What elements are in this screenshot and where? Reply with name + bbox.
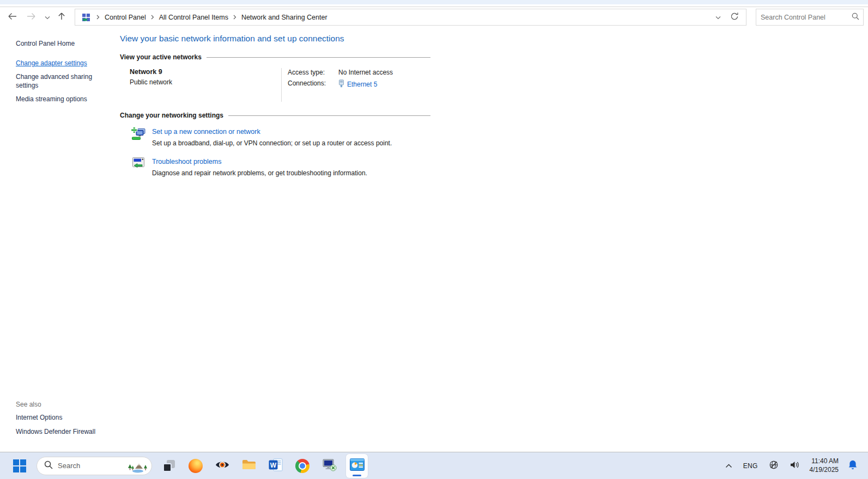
breadcrumb-item-control-panel[interactable]: Control Panel — [104, 11, 147, 23]
ethernet-5-link[interactable]: Ethernet 5 — [347, 81, 377, 88]
network-divider — [281, 68, 282, 102]
breadcrumb-item-all-control-panel-items[interactable]: All Control Panel Items — [158, 11, 229, 23]
sidebar-item-internet-options[interactable]: Internet Options — [16, 414, 102, 422]
volume-button[interactable] — [786, 455, 803, 477]
sidebar-item-control-panel-home[interactable]: Control Panel Home — [16, 40, 116, 47]
nav-buttons — [3, 7, 69, 27]
main-content: View your basic network information and … — [120, 27, 430, 177]
arrow-up-icon — [58, 12, 65, 22]
section-rule — [207, 57, 430, 58]
svg-text:W: W — [270, 462, 277, 469]
setup-connection-item: Set up a new connection or network Set u… — [120, 126, 430, 147]
tray-overflow-button[interactable] — [722, 455, 736, 477]
active-network-row: Network 9 Public network Access type: No… — [120, 68, 430, 102]
breadcrumb-separator-icon — [229, 15, 240, 20]
troubleshoot-item: Troubleshoot problems Diagnose and repai… — [120, 156, 430, 177]
setting-item-text: Set up a new connection or network Set u… — [152, 126, 392, 147]
setup-connection-link[interactable]: Set up a new connection or network — [152, 128, 260, 136]
active-app-indicator — [353, 475, 361, 476]
troubleshoot-icon — [131, 156, 146, 177]
notification-button[interactable] — [845, 455, 860, 477]
firefox-button[interactable] — [186, 455, 205, 477]
search-icon — [852, 13, 859, 22]
address-dropdown-button[interactable] — [710, 10, 726, 25]
active-networks-section-title: View your active networks — [120, 53, 202, 61]
chrome-button[interactable] — [293, 455, 312, 477]
back-button[interactable] — [3, 9, 22, 26]
refresh-button[interactable] — [726, 10, 743, 25]
control-panel-taskbar-button[interactable] — [346, 454, 368, 478]
see-also-section: See also Internet Options Windows Defend… — [16, 401, 102, 436]
system-tray: ENG — [722, 455, 860, 477]
chevron-down-icon — [715, 13, 721, 21]
language-label: ENG — [743, 462, 758, 470]
connections-label: Connections: — [288, 79, 338, 89]
forward-button[interactable] — [22, 9, 40, 26]
troubleshoot-description: Diagnose and repair network problems, or… — [152, 169, 367, 177]
networking-settings-section-header: Change your networking settings — [120, 112, 430, 119]
breadcrumb-separator-icon — [147, 15, 158, 20]
access-type-value: No Internet access — [338, 69, 393, 76]
file-explorer-button[interactable] — [239, 455, 259, 477]
page-title: View your basic network information and … — [120, 34, 430, 44]
word-button[interactable]: W — [266, 455, 286, 477]
task-view-button[interactable] — [159, 455, 179, 477]
language-indicator[interactable]: ENG — [740, 455, 761, 477]
networking-settings-section-title: Change your networking settings — [120, 112, 223, 119]
section-rule — [228, 115, 430, 116]
taskbar: Search — [0, 452, 868, 479]
windows-logo-icon — [13, 459, 26, 472]
breadcrumb-item-network-and-sharing-center[interactable]: Network and Sharing Center — [240, 11, 329, 23]
clock[interactable]: 11:40 AM 4/19/2025 — [808, 457, 841, 474]
remote-desktop-button[interactable] — [319, 455, 339, 477]
up-button[interactable] — [54, 9, 69, 26]
clock-date: 4/19/2025 — [810, 466, 839, 475]
remote-desktop-icon — [321, 458, 337, 473]
sidebar-item-windows-defender-firewall[interactable]: Windows Defender Firewall — [16, 428, 102, 436]
connections-value: Ethernet 5 — [338, 79, 393, 89]
search-highlight-image — [124, 458, 150, 474]
network-status-button[interactable] — [766, 455, 782, 477]
sidebar-item-change-adapter-settings[interactable]: Change adapter settings — [16, 59, 102, 67]
speaker-icon — [790, 460, 800, 471]
search-icon — [44, 460, 53, 471]
troubleshoot-link[interactable]: Troubleshoot problems — [152, 158, 221, 165]
setting-item-text: Troubleshoot problems Diagnose and repai… — [152, 156, 367, 177]
network-details: Access type: No Internet access Connecti… — [288, 68, 393, 102]
file-explorer-icon — [242, 459, 256, 472]
word-icon: W — [269, 458, 283, 473]
sidebar-item-change-advanced-sharing-settings[interactable]: Change advanced sharing settings — [16, 73, 102, 90]
taskbar-search[interactable]: Search — [37, 457, 152, 475]
see-also-title: See also — [16, 401, 102, 408]
active-networks-section-header: View your active networks — [120, 53, 430, 61]
window-top-strip — [0, 0, 868, 4]
control-panel-icon — [82, 13, 90, 22]
clock-time: 11:40 AM — [810, 457, 839, 466]
control-panel-app-icon — [350, 458, 365, 473]
search-input[interactable] — [757, 14, 852, 21]
taskbar-search-label: Search — [58, 462, 119, 470]
new-connection-icon — [131, 126, 146, 147]
network-identity: Network 9 Public network — [130, 68, 281, 102]
eye-icon — [215, 459, 230, 472]
recent-locations-button[interactable] — [40, 9, 54, 26]
eye-app-button[interactable] — [213, 455, 232, 477]
breadcrumb-separator-icon — [93, 15, 104, 20]
chevron-down-icon — [45, 13, 50, 21]
search-box[interactable] — [756, 9, 864, 26]
firefox-icon — [189, 459, 203, 473]
arrow-right-icon — [26, 13, 36, 22]
notification-bell-icon — [848, 460, 857, 471]
chevron-up-icon — [725, 462, 732, 470]
refresh-icon — [730, 12, 739, 22]
task-view-icon — [162, 459, 175, 472]
taskbar-left-group: Search — [10, 454, 368, 478]
sidebar: Control Panel Home Change adapter settin… — [0, 27, 116, 450]
network-and-sharing-center-window: Control Panel All Control Panel Items Ne… — [0, 0, 868, 479]
sidebar-item-media-streaming-options[interactable]: Media streaming options — [16, 95, 102, 103]
arrow-left-icon — [8, 13, 17, 22]
address-bar[interactable]: Control Panel All Control Panel Items Ne… — [75, 9, 746, 26]
network-name: Network 9 — [130, 68, 281, 76]
network-type: Public network — [130, 78, 281, 86]
start-button[interactable] — [10, 455, 29, 477]
